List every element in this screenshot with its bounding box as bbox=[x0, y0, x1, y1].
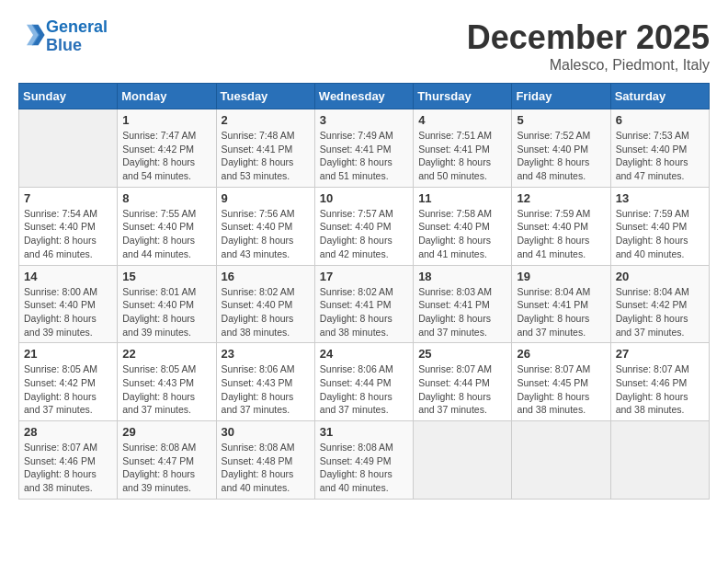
calendar-cell: 3Sunrise: 7:49 AM Sunset: 4:41 PM Daylig… bbox=[314, 109, 413, 188]
calendar-cell bbox=[414, 421, 512, 500]
calendar-cell: 29Sunrise: 8:08 AM Sunset: 4:47 PM Dayli… bbox=[118, 421, 216, 500]
day-number: 14 bbox=[24, 270, 112, 283]
day-number: 27 bbox=[616, 347, 704, 361]
calendar-cell: 28Sunrise: 8:07 AM Sunset: 4:46 PM Dayli… bbox=[19, 421, 118, 500]
day-number: 22 bbox=[122, 347, 210, 361]
day-info: Sunrise: 8:05 AM Sunset: 4:42 PM Dayligh… bbox=[24, 362, 112, 417]
calendar-cell: 1Sunrise: 7:47 AM Sunset: 4:42 PM Daylig… bbox=[118, 109, 216, 188]
day-info: Sunrise: 8:08 AM Sunset: 4:47 PM Dayligh… bbox=[122, 441, 210, 495]
calendar-cell: 26Sunrise: 8:07 AM Sunset: 4:45 PM Dayli… bbox=[512, 343, 610, 421]
calendar-cell: 9Sunrise: 7:56 AM Sunset: 4:40 PM Daylig… bbox=[216, 187, 314, 265]
calendar-cell: 15Sunrise: 8:01 AM Sunset: 4:40 PM Dayli… bbox=[118, 265, 216, 343]
day-number: 26 bbox=[517, 347, 605, 361]
calendar-cell: 18Sunrise: 8:03 AM Sunset: 4:41 PM Dayli… bbox=[414, 265, 512, 343]
day-info: Sunrise: 8:08 AM Sunset: 4:48 PM Dayligh… bbox=[222, 441, 310, 495]
day-info: Sunrise: 8:07 AM Sunset: 4:45 PM Dayligh… bbox=[517, 362, 605, 417]
day-info: Sunrise: 8:01 AM Sunset: 4:40 PM Dayligh… bbox=[122, 285, 210, 339]
day-info: Sunrise: 7:49 AM Sunset: 4:41 PM Dayligh… bbox=[320, 129, 408, 183]
day-info: Sunrise: 8:08 AM Sunset: 4:49 PM Dayligh… bbox=[320, 441, 408, 495]
day-info: Sunrise: 7:48 AM Sunset: 4:41 PM Dayligh… bbox=[222, 129, 310, 183]
day-info: Sunrise: 7:56 AM Sunset: 4:40 PM Dayligh… bbox=[222, 207, 310, 261]
calendar-cell: 8Sunrise: 7:55 AM Sunset: 4:40 PM Daylig… bbox=[118, 187, 216, 265]
day-number: 19 bbox=[517, 270, 605, 283]
location: Malesco, Piedmont, Italy bbox=[467, 57, 710, 74]
month-title: December 2025 bbox=[467, 18, 710, 57]
day-info: Sunrise: 7:59 AM Sunset: 4:40 PM Dayligh… bbox=[616, 207, 704, 261]
calendar-cell: 30Sunrise: 8:08 AM Sunset: 4:48 PM Dayli… bbox=[216, 421, 314, 500]
calendar-cell: 17Sunrise: 8:02 AM Sunset: 4:41 PM Dayli… bbox=[314, 265, 413, 343]
weekday-header-wednesday: Wednesday bbox=[314, 84, 413, 109]
day-number: 7 bbox=[24, 191, 112, 205]
day-number: 25 bbox=[418, 347, 506, 361]
day-number: 9 bbox=[222, 191, 310, 205]
day-number: 28 bbox=[24, 425, 112, 439]
calendar-cell: 7Sunrise: 7:54 AM Sunset: 4:40 PM Daylig… bbox=[19, 187, 118, 265]
week-row-5: 28Sunrise: 8:07 AM Sunset: 4:46 PM Dayli… bbox=[19, 421, 710, 500]
calendar-cell: 5Sunrise: 7:52 AM Sunset: 4:40 PM Daylig… bbox=[512, 109, 610, 188]
weekday-header-sunday: Sunday bbox=[19, 84, 118, 109]
calendar-cell: 20Sunrise: 8:04 AM Sunset: 4:42 PM Dayli… bbox=[610, 265, 709, 343]
week-row-4: 21Sunrise: 8:05 AM Sunset: 4:42 PM Dayli… bbox=[19, 343, 710, 421]
day-info: Sunrise: 7:57 AM Sunset: 4:40 PM Dayligh… bbox=[320, 207, 408, 261]
day-info: Sunrise: 8:02 AM Sunset: 4:40 PM Dayligh… bbox=[222, 285, 310, 339]
day-number: 29 bbox=[122, 425, 210, 439]
calendar-cell: 2Sunrise: 7:48 AM Sunset: 4:41 PM Daylig… bbox=[216, 109, 314, 188]
calendar-cell: 12Sunrise: 7:59 AM Sunset: 4:40 PM Dayli… bbox=[512, 187, 610, 265]
day-info: Sunrise: 8:00 AM Sunset: 4:40 PM Dayligh… bbox=[24, 285, 112, 339]
day-number: 11 bbox=[418, 191, 506, 205]
day-number: 20 bbox=[616, 270, 704, 283]
day-info: Sunrise: 7:47 AM Sunset: 4:42 PM Dayligh… bbox=[122, 129, 210, 183]
calendar-cell: 23Sunrise: 8:06 AM Sunset: 4:43 PM Dayli… bbox=[216, 343, 314, 421]
calendar-cell: 10Sunrise: 7:57 AM Sunset: 4:40 PM Dayli… bbox=[314, 187, 413, 265]
weekday-header-monday: Monday bbox=[118, 84, 216, 109]
day-info: Sunrise: 8:03 AM Sunset: 4:41 PM Dayligh… bbox=[418, 285, 506, 339]
day-info: Sunrise: 8:05 AM Sunset: 4:43 PM Dayligh… bbox=[122, 362, 210, 417]
day-info: Sunrise: 7:54 AM Sunset: 4:40 PM Dayligh… bbox=[24, 207, 112, 261]
day-number: 6 bbox=[616, 113, 704, 127]
calendar-cell bbox=[512, 421, 610, 500]
day-number: 3 bbox=[320, 113, 408, 127]
day-number: 10 bbox=[320, 191, 408, 205]
week-row-2: 7Sunrise: 7:54 AM Sunset: 4:40 PM Daylig… bbox=[19, 187, 710, 265]
logo-icon bbox=[20, 22, 46, 48]
calendar-cell: 21Sunrise: 8:05 AM Sunset: 4:42 PM Dayli… bbox=[19, 343, 118, 421]
day-info: Sunrise: 8:06 AM Sunset: 4:43 PM Dayligh… bbox=[222, 362, 310, 417]
day-number: 13 bbox=[616, 191, 704, 205]
logo: General Blue bbox=[18, 18, 108, 55]
day-number: 1 bbox=[122, 113, 210, 127]
calendar-cell bbox=[610, 421, 709, 500]
calendar-cell: 11Sunrise: 7:58 AM Sunset: 4:40 PM Dayli… bbox=[414, 187, 512, 265]
page-header: General Blue December 2025 Malesco, Pied… bbox=[18, 18, 710, 74]
day-number: 24 bbox=[320, 347, 408, 361]
weekday-header-thursday: Thursday bbox=[414, 84, 512, 109]
day-number: 31 bbox=[320, 425, 408, 439]
calendar-cell: 27Sunrise: 8:07 AM Sunset: 4:46 PM Dayli… bbox=[610, 343, 709, 421]
calendar-cell: 22Sunrise: 8:05 AM Sunset: 4:43 PM Dayli… bbox=[118, 343, 216, 421]
calendar-cell: 24Sunrise: 8:06 AM Sunset: 4:44 PM Dayli… bbox=[314, 343, 413, 421]
calendar-cell: 25Sunrise: 8:07 AM Sunset: 4:44 PM Dayli… bbox=[414, 343, 512, 421]
weekday-header-saturday: Saturday bbox=[610, 84, 709, 109]
calendar-cell: 13Sunrise: 7:59 AM Sunset: 4:40 PM Dayli… bbox=[610, 187, 709, 265]
day-number: 15 bbox=[122, 270, 210, 283]
day-number: 12 bbox=[517, 191, 605, 205]
day-info: Sunrise: 8:07 AM Sunset: 4:46 PM Dayligh… bbox=[616, 362, 704, 417]
calendar-table: SundayMondayTuesdayWednesdayThursdayFrid… bbox=[18, 83, 710, 500]
day-info: Sunrise: 7:58 AM Sunset: 4:40 PM Dayligh… bbox=[418, 207, 506, 261]
day-info: Sunrise: 7:53 AM Sunset: 4:40 PM Dayligh… bbox=[616, 129, 704, 183]
calendar-cell: 19Sunrise: 8:04 AM Sunset: 4:41 PM Dayli… bbox=[512, 265, 610, 343]
day-info: Sunrise: 8:04 AM Sunset: 4:42 PM Dayligh… bbox=[616, 285, 704, 339]
day-number: 30 bbox=[222, 425, 310, 439]
calendar-cell: 16Sunrise: 8:02 AM Sunset: 4:40 PM Dayli… bbox=[216, 265, 314, 343]
calendar-cell: 6Sunrise: 7:53 AM Sunset: 4:40 PM Daylig… bbox=[610, 109, 709, 188]
weekday-header-row: SundayMondayTuesdayWednesdayThursdayFrid… bbox=[19, 84, 710, 109]
week-row-3: 14Sunrise: 8:00 AM Sunset: 4:40 PM Dayli… bbox=[19, 265, 710, 343]
day-info: Sunrise: 7:51 AM Sunset: 4:41 PM Dayligh… bbox=[418, 129, 506, 183]
day-number: 2 bbox=[222, 113, 310, 127]
title-block: December 2025 Malesco, Piedmont, Italy bbox=[467, 18, 710, 74]
day-info: Sunrise: 8:07 AM Sunset: 4:46 PM Dayligh… bbox=[24, 441, 112, 495]
calendar-cell: 4Sunrise: 7:51 AM Sunset: 4:41 PM Daylig… bbox=[414, 109, 512, 188]
day-number: 5 bbox=[517, 113, 605, 127]
day-number: 16 bbox=[222, 270, 310, 283]
day-info: Sunrise: 8:06 AM Sunset: 4:44 PM Dayligh… bbox=[320, 362, 408, 417]
day-number: 18 bbox=[418, 270, 506, 283]
